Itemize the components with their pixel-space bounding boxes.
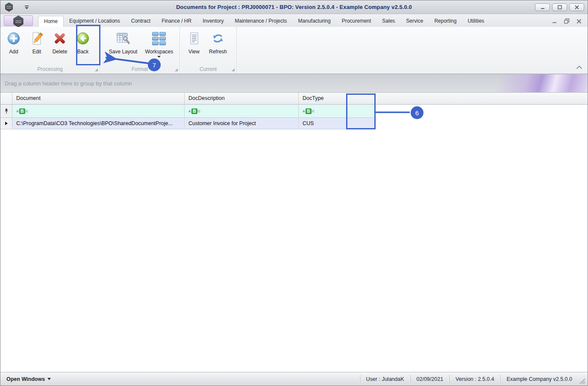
filter-cell-document[interactable]: ABC [12, 105, 185, 117]
table-row[interactable]: C:\ProgramData\CO3 Technologies\BPO\Shar… [0, 118, 375, 129]
maximize-icon [557, 5, 562, 10]
documents-grid: Drag a column header here to group by th… [0, 74, 588, 372]
ribbon-group-format: Save Layout Workspaces Format [100, 27, 180, 73]
pushpin-icon [4, 108, 9, 114]
tab-manufacturing[interactable]: Manufacturing [293, 16, 336, 27]
delete-button[interactable]: Delete [50, 29, 70, 55]
status-company: Example Company v2.5.0.0 [500, 375, 578, 383]
refresh-button[interactable]: Refresh [207, 29, 229, 55]
dialog-launcher-icon[interactable] [175, 68, 178, 71]
workspaces-icon [152, 31, 166, 46]
status-version: Version : 2.5.0.4 [449, 375, 500, 383]
annotation-box-doctype [346, 94, 376, 129]
status-date: 02/09/2021 [410, 375, 450, 383]
workspaces-button-label: Workspaces [145, 49, 173, 55]
application-window: Documents for Project : PRJ0000071 - BPO… [0, 0, 588, 386]
view-button-label: View [188, 49, 200, 55]
app-logo-icon [13, 15, 24, 27]
mdi-restore-icon[interactable] [564, 18, 570, 26]
current-row-arrow-icon [5, 122, 8, 125]
dialog-launcher-icon[interactable] [95, 68, 98, 71]
group-by-hint: Drag a column header here to group by th… [5, 80, 132, 87]
open-windows-button[interactable]: Open Windows [6, 376, 51, 382]
add-button-label: Add [9, 49, 18, 55]
tab-reporting[interactable]: Reporting [429, 16, 462, 27]
save-layout-button-label: Save Layout [109, 49, 138, 55]
edit-icon [29, 31, 44, 46]
chevron-down-icon [157, 56, 161, 58]
application-menu-button[interactable] [4, 15, 33, 26]
filter-cell-docdescription[interactable]: ABC [185, 105, 299, 117]
chevron-down-icon [47, 378, 51, 380]
ribbon-tabs: Home Equipment / Locations Contract Fina… [38, 16, 490, 27]
row-indicator [0, 118, 12, 129]
title-bar: Documents for Project : PRJ0000071 - BPO… [0, 0, 588, 14]
view-icon [187, 31, 201, 46]
resize-grip-icon[interactable] [579, 378, 586, 385]
edit-button-label: Edit [32, 49, 41, 55]
mdi-minimize-icon[interactable] [552, 18, 557, 26]
refresh-button-label: Refresh [209, 49, 227, 55]
workspaces-button[interactable]: Workspaces [143, 29, 175, 58]
save-layout-button[interactable]: Save Layout [107, 29, 139, 55]
auto-filter-row: ABC ABC ABC [0, 105, 375, 118]
ribbon-group-label-format: Format [100, 66, 179, 72]
add-icon [6, 31, 21, 46]
annotation-callout-7: 7 [148, 58, 161, 71]
grid-header-row: Document DocDescription DocType [0, 93, 588, 105]
collapse-ribbon-icon[interactable] [576, 63, 582, 71]
tab-procurement[interactable]: Procurement [336, 16, 377, 27]
tab-sales[interactable]: Sales [376, 16, 400, 27]
filter-row-indicator [0, 105, 12, 117]
refresh-icon [211, 31, 225, 46]
window-title: Documents for Project : PRJ0000071 - BPO… [0, 4, 588, 10]
cell-docdescription[interactable]: Customer Invoice for Project [185, 118, 299, 129]
column-header-document[interactable]: Document [12, 93, 185, 104]
tab-finance-hr[interactable]: Finance / HR [156, 16, 197, 27]
minimize-icon [540, 5, 545, 10]
add-button[interactable]: Add [4, 29, 24, 55]
close-icon [574, 5, 579, 10]
group-by-panel[interactable]: Drag a column header here to group by th… [0, 74, 588, 93]
cell-document[interactable]: C:\ProgramData\CO3 Technologies\BPO\Shar… [12, 118, 185, 129]
abc-filter-icon: ABC [16, 108, 28, 114]
abc-filter-icon: ABC [303, 108, 315, 114]
dialog-launcher-icon[interactable] [232, 68, 235, 71]
minimize-button[interactable] [535, 3, 550, 11]
save-layout-icon [116, 31, 130, 46]
ribbon-group-label-processing: Processing [0, 66, 100, 72]
annotation-callout-6: 6 [411, 106, 423, 119]
abc-filter-icon: ABC [188, 108, 200, 114]
column-header-docdescription[interactable]: DocDescription [185, 93, 299, 104]
tab-service[interactable]: Service [400, 16, 429, 27]
tab-utilities[interactable]: Utilities [462, 16, 490, 27]
status-user: User : JulandaK [360, 375, 410, 383]
ribbon-group-label-current: Current [180, 66, 236, 72]
view-button[interactable]: View [184, 29, 204, 55]
tab-home[interactable]: Home [38, 16, 64, 27]
ribbon-group-current: View Refresh Current [180, 27, 237, 73]
close-button[interactable] [569, 3, 584, 11]
maximize-button[interactable] [552, 3, 567, 11]
delete-icon [53, 31, 67, 46]
edit-button[interactable]: Edit [27, 29, 47, 55]
tab-maintenance-projects[interactable]: Maintenance / Projects [229, 16, 293, 27]
annotation-box-back [76, 25, 100, 65]
mdi-close-icon[interactable] [576, 18, 582, 26]
header-corner-cell [0, 93, 12, 104]
tab-inventory[interactable]: Inventory [197, 16, 229, 27]
open-windows-label: Open Windows [6, 376, 45, 382]
status-bar: Open Windows User : JulandaK 02/09/2021 … [0, 372, 588, 386]
tab-contract[interactable]: Contract [126, 16, 156, 27]
panel-decoration [489, 74, 588, 92]
delete-button-label: Delete [53, 49, 68, 55]
